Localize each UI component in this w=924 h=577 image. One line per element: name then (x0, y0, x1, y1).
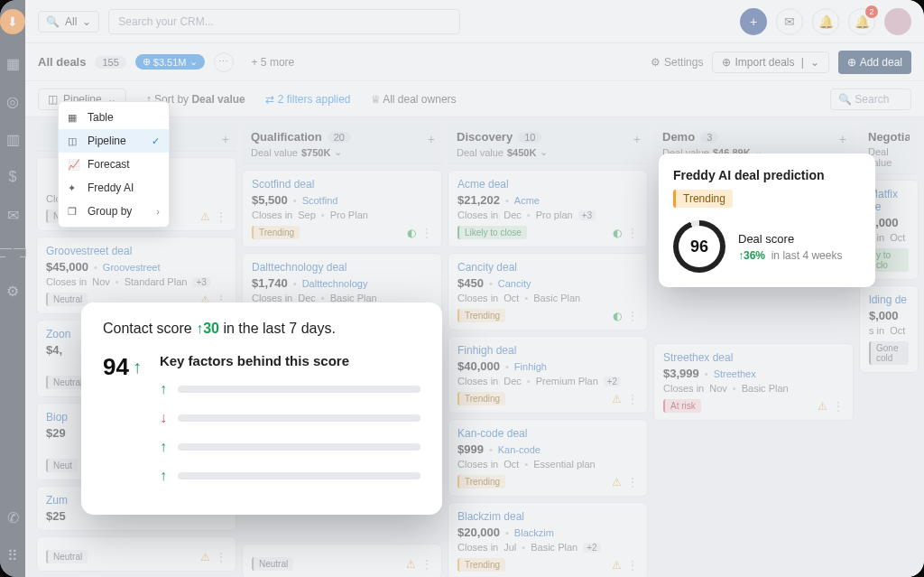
page-title: All deals (38, 55, 86, 69)
more-icon[interactable]: ⋮ (627, 227, 638, 239)
deal-name: Groovestreet deal (46, 245, 226, 257)
settings-link[interactable]: ⚙ Settings (651, 56, 703, 69)
deal-name: Acme deal (457, 178, 638, 191)
chevron-down-icon[interactable]: ⌄ (540, 146, 548, 158)
quick-add-button[interactable]: + (740, 8, 767, 35)
tag-neutral: Neutral (46, 293, 88, 306)
freddy-title: Freddy AI deal prediction (673, 168, 861, 182)
ok-icon: ◐ (407, 227, 416, 239)
more-icon[interactable]: ⋮ (216, 551, 226, 563)
tag-trending: Trending (457, 475, 505, 489)
more-icon[interactable]: ⋮ (216, 210, 226, 223)
dropdown-item-table[interactable]: ▦Table (59, 106, 169, 129)
dropdown-item-forecast[interactable]: 📈Forecast (59, 153, 169, 176)
deal-name: Blackzim deal (457, 510, 638, 523)
deal-card[interactable]: Scotfind deal $5,500•Scotfind Closes in … (242, 170, 442, 247)
chevron-down-icon[interactable]: ⌄ (334, 146, 342, 158)
reports-icon[interactable]: ⫍⫎ (4, 244, 22, 262)
owners-button[interactable]: ♕ All deal owners (371, 93, 457, 106)
deals-icon[interactable]: $ (4, 168, 22, 186)
add-card-icon[interactable]: + (428, 132, 435, 146)
tag-trending: Trending (252, 226, 300, 239)
more-icon[interactable]: ⋮ (627, 310, 638, 322)
view-dropdown: ▦Table ◫Pipeline✓ 📈Forecast ✦Freddy AI ❐… (58, 101, 170, 228)
filters-button[interactable]: ⇄ 2 filters applied (265, 93, 351, 106)
deal-card[interactable]: Finhigh deal $40,000•Finhigh Closes in D… (448, 336, 648, 414)
warning-icon: ⚠ (406, 558, 416, 571)
dropdown-item-pipeline[interactable]: ◫Pipeline✓ (59, 129, 169, 153)
deal-amount-pill[interactable]: ⊕ $3.51M ⌄ (135, 54, 205, 70)
chevron-right-icon: › (156, 206, 160, 217)
deal-amount: $29 (46, 426, 66, 440)
freddy-score-value: 96 (690, 237, 708, 256)
settings-icon[interactable]: ⚙ (4, 282, 22, 300)
more-icon[interactable]: ⋮ (627, 393, 638, 405)
more-icon[interactable]: ⋮ (833, 400, 844, 413)
deal-account: Scotfind (302, 195, 338, 206)
notifications-button[interactable]: 🔔 (812, 8, 839, 35)
add-card-icon[interactable]: + (839, 132, 846, 146)
arrow-up-icon: ↑ (133, 357, 142, 377)
phone-icon[interactable]: ✆ (4, 508, 22, 526)
accounts-icon[interactable]: ▥ (4, 130, 22, 148)
more-icon[interactable]: ⋮ (421, 227, 432, 239)
add-deal-button[interactable]: ⊕ Add deal (838, 51, 911, 74)
brand-logo[interactable]: ⬇ (0, 9, 25, 34)
more-icon[interactable]: ⋮ (627, 559, 638, 572)
contacts-icon[interactable]: ◎ (4, 92, 22, 110)
deal-name: Streethex deal (663, 351, 844, 364)
tag-neutral: Neutral (46, 550, 88, 563)
pipeline-icon: ◫ (68, 135, 80, 147)
tag-trending: Trending (457, 309, 505, 322)
deal-count-pill: 155 (95, 56, 125, 69)
import-deals-button[interactable]: ⊕ Import deals | ⌄ (712, 51, 828, 73)
deal-amount: $4, (46, 343, 62, 357)
apps-icon[interactable]: ⠿ (4, 546, 22, 564)
board-search-input[interactable]: 🔍 Search (830, 88, 911, 110)
tag-neutral: Neutral (252, 557, 293, 571)
mail-icon[interactable]: ✉ (4, 206, 22, 224)
kanban-column-discovery: Discovery10 Deal value $450K ⌄ + Acme de… (448, 117, 648, 577)
deal-card[interactable]: Acme deal $21,202•Acme Closes in Dec•Pro… (448, 170, 648, 247)
stage-name: Negotiation (868, 130, 910, 144)
stage-count: 10 (518, 132, 541, 143)
contact-score-value: 94↑ (103, 353, 142, 381)
more-options-button[interactable]: ⋯ (214, 52, 234, 72)
more-link[interactable]: + 5 more (252, 56, 295, 69)
user-avatar[interactable] (884, 8, 911, 35)
deal-card[interactable]: lding de $,000 s in Oct Gone cold (859, 285, 919, 373)
score-ring: 96 (673, 220, 725, 273)
page-header: All deals 155 ⊕ $3.51M ⌄ ⋯ + 5 more ⚙ Se… (25, 43, 924, 81)
scope-selector[interactable]: 🔍 All ⌄ (38, 11, 99, 33)
arrow-down-icon: ↓ (160, 410, 167, 426)
app-root: ⬇ ▦ ◎ ▥ $ ✉ ⫍⫎ ⚙ ✆ ⠿ 🔍 All ⌄ Search your… (0, 0, 924, 577)
deal-amount: $45,000 (46, 260, 88, 274)
warning-icon: ⚠ (200, 551, 210, 563)
add-card-icon[interactable]: + (222, 132, 229, 146)
deal-card[interactable]: Streethex deal $3,999•Streethex Closes i… (653, 343, 854, 421)
dashboard-icon[interactable]: ▦ (4, 54, 22, 72)
more-icon[interactable]: ⋮ (627, 476, 638, 489)
topbar: 🔍 All ⌄ Search your CRM... + ✉ 🔔 🔔2 (25, 0, 924, 43)
table-icon: ▦ (68, 112, 80, 124)
tag-atrisk: At risk (663, 399, 701, 413)
deal-card[interactable]: Neutral⚠⋮ (36, 536, 236, 572)
deal-card[interactable]: Blackzim deal $20,000•Blackzim Closes in… (448, 502, 648, 577)
mail-button[interactable]: ✉ (776, 8, 803, 35)
deal-card[interactable]: Neutral⚠⋮ (242, 544, 442, 577)
stage-name: Qualification (251, 130, 322, 144)
deal-card[interactable]: Kan-code deal $999•Kan-code Closes in Oc… (448, 419, 648, 497)
freddy-tag: Trending (673, 190, 733, 208)
add-card-icon[interactable]: + (633, 132, 641, 146)
alerts-button[interactable]: 🔔2 (848, 8, 875, 35)
warning-icon: ⚠ (200, 210, 210, 223)
warning-icon: ⚠ (612, 476, 622, 489)
freddy-score-label: Deal score (738, 232, 842, 246)
global-search-input[interactable]: Search your CRM... (108, 9, 460, 34)
dropdown-item-freddy[interactable]: ✦Freddy AI (59, 176, 169, 200)
freddy-delta: 36% (744, 249, 765, 262)
dropdown-item-groupby[interactable]: ❐Group by› (59, 200, 169, 223)
more-icon[interactable]: ⋮ (421, 558, 432, 571)
deal-card[interactable]: Cancity deal $450•Cancity Closes in Oct•… (448, 253, 648, 330)
gear-icon: ⚙ (651, 56, 661, 69)
